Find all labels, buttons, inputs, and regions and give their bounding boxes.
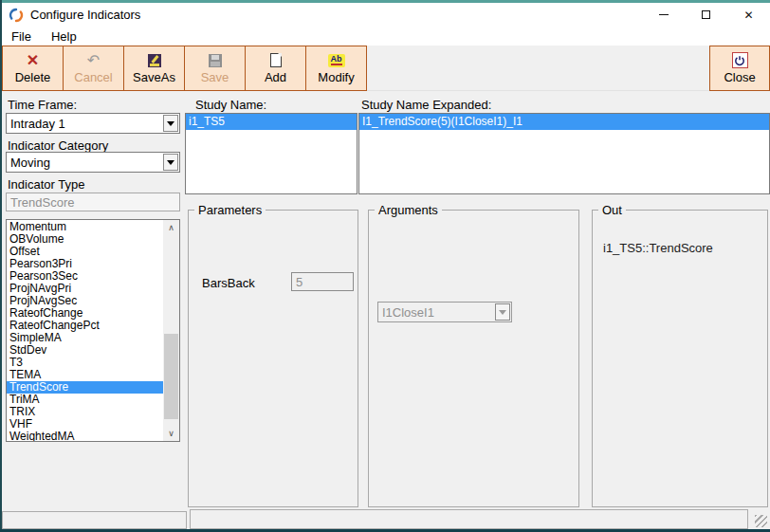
- title-bar: Configure Indicators ✕: [2, 3, 770, 27]
- menu-file[interactable]: File: [11, 29, 31, 44]
- save-button-label: Save: [201, 70, 229, 84]
- list-item[interactable]: StdDev: [7, 344, 163, 357]
- menu-help[interactable]: Help: [51, 29, 77, 44]
- arguments-select: I1CloseI1: [377, 302, 512, 322]
- parameters-title: Parameters: [194, 203, 266, 217]
- arguments-dropdown-button: [495, 303, 510, 321]
- maximize-button[interactable]: [685, 3, 727, 27]
- minimize-icon: [659, 14, 669, 15]
- modify-button[interactable]: Ab Modify: [305, 46, 367, 91]
- out-title: Out: [598, 203, 626, 217]
- indicator-type-list-items: MomentumOBVolumeOffsetPearson3PriPearson…: [7, 221, 163, 441]
- window-top-accent: [0, 0, 770, 3]
- chevron-down-icon: [167, 121, 174, 126]
- modify-ab-icon: Ab: [328, 54, 345, 67]
- new-document-icon: [270, 53, 282, 67]
- indicator-category-label: Indicator Category: [8, 138, 108, 153]
- saveas-button[interactable]: SaveAs: [123, 46, 185, 91]
- menu-bar: File Help: [2, 27, 770, 46]
- delete-button[interactable]: ✕ Delete: [2, 46, 64, 91]
- window-left-edge: [0, 0, 2, 532]
- delete-button-label: Delete: [15, 70, 51, 84]
- time-frame-value: Intraday 1: [7, 117, 162, 131]
- study-name-expanded-list[interactable]: I1_TrendScore(5)(I1CloseI1)_I1: [358, 113, 770, 194]
- out-groupbox: Out i1_TS5::TrendScore: [592, 203, 768, 507]
- study-name-label: Study Name:: [195, 98, 266, 112]
- cancel-button-label: Cancel: [74, 70, 112, 84]
- saveas-button-label: SaveAs: [133, 70, 175, 84]
- close-button[interactable]: Close: [709, 46, 770, 91]
- indicator-list-scrollbar[interactable]: ∧ ∨: [163, 220, 179, 441]
- save-floppy-icon: [209, 54, 222, 67]
- save-button[interactable]: Save: [184, 46, 246, 91]
- time-frame-select[interactable]: Intraday 1: [6, 113, 180, 134]
- scroll-up-icon[interactable]: ∧: [163, 220, 179, 235]
- save-as-icon: [148, 54, 161, 67]
- scrollbar-thumb[interactable]: [164, 334, 178, 419]
- maximize-icon: [702, 10, 710, 19]
- scroll-down-icon[interactable]: ∨: [163, 426, 179, 441]
- configure-indicators-window: Configure Indicators ✕ File Help ✕ Delet…: [0, 0, 770, 532]
- undo-arrow-icon: ↶: [87, 53, 100, 68]
- window-title: Configure Indicators: [30, 8, 140, 22]
- indicator-type-label: Indicator Type: [8, 177, 84, 192]
- indicator-type-list[interactable]: MomentumOBVolumeOffsetPearson3PriPearson…: [6, 219, 180, 442]
- add-button-label: Add: [265, 70, 286, 84]
- study-name-expanded-label: Study Name Expanded:: [361, 98, 491, 112]
- indicator-type-field: TrendScore: [6, 193, 180, 211]
- close-button-label: Close: [724, 70, 755, 84]
- arguments-groupbox: Arguments I1CloseI1: [368, 203, 579, 507]
- parameters-groupbox: Parameters BarsBack 5: [188, 203, 358, 507]
- time-frame-label: Time Frame:: [8, 98, 77, 112]
- study-name-selected-item[interactable]: i1_TS5: [186, 114, 357, 130]
- barsback-input: 5: [291, 272, 354, 291]
- barsback-label: BarsBack: [202, 276, 255, 290]
- toolbar-button-group: ✕ Delete ↶ Cancel SaveAs Save Add Ab Mo: [2, 46, 367, 91]
- study-name-expanded-selected-item[interactable]: I1_TrendScore(5)(I1CloseI1)_I1: [359, 114, 769, 130]
- list-item[interactable]: WeightedMA: [7, 431, 163, 442]
- status-panel-left: [2, 511, 187, 529]
- time-frame-dropdown-button[interactable]: [163, 115, 178, 132]
- minimize-button[interactable]: [642, 3, 685, 27]
- power-icon: [732, 52, 748, 68]
- toolbar: ✕ Delete ↶ Cancel SaveAs Save Add Ab Mo: [2, 46, 770, 91]
- arguments-value: I1CloseI1: [378, 305, 494, 320]
- cancel-button[interactable]: ↶ Cancel: [63, 46, 124, 91]
- close-icon: ✕: [743, 9, 753, 21]
- modify-button-label: Modify: [318, 70, 354, 84]
- indicator-category-dropdown-button[interactable]: [163, 154, 178, 171]
- out-value: i1_TS5::TrendScore: [603, 241, 713, 255]
- close-window-button[interactable]: ✕: [727, 3, 770, 27]
- indicator-category-value: Moving: [7, 156, 162, 170]
- indicator-category-select[interactable]: Moving: [6, 152, 180, 173]
- status-panel-right: [190, 509, 748, 529]
- delete-x-icon: ✕: [27, 53, 39, 68]
- add-button[interactable]: Add: [245, 46, 306, 91]
- window-controls: ✕: [642, 3, 770, 27]
- app-logo-icon: [9, 8, 24, 23]
- arguments-title: Arguments: [375, 203, 442, 217]
- study-name-list[interactable]: i1_TS5: [185, 113, 358, 194]
- resize-grip[interactable]: [755, 515, 767, 527]
- chevron-down-icon: [499, 310, 506, 315]
- chevron-down-icon: [167, 160, 174, 165]
